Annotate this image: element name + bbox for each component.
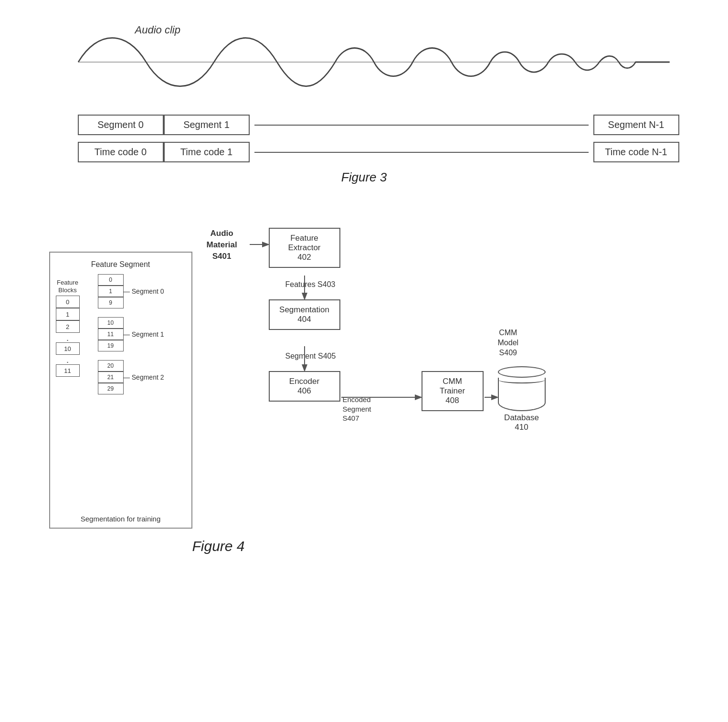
bottom-caption: Segmentation for training [81, 515, 161, 523]
figure3-caption: Figure 3 [49, 170, 679, 185]
timecode-box-1: Time code 1 [164, 142, 250, 162]
segments-row: Segment 0 Segment 1 Segment N-1 [49, 115, 679, 135]
seg1-box19: 19 [98, 340, 124, 351]
seg0-group: 0 1 9 — Segment 0 [98, 274, 124, 308]
segments-dots [254, 125, 589, 126]
feature-blocks-label: FeatureBlocks [57, 279, 78, 294]
segment-box-n: Segment N-1 [593, 115, 679, 135]
segment-box-0: Segment 0 [78, 115, 164, 135]
timecode-box-n: Time code N-1 [593, 142, 679, 162]
fb-dots2: . [66, 355, 69, 364]
seg2-label: — Segment 2 [123, 373, 164, 381]
seg0-box9: 9 [98, 297, 124, 308]
features-label: Features S403 [285, 280, 336, 289]
timecodes-row: Time code 0 Time code 1 Time code N-1 [49, 142, 679, 162]
seg1-box10: 10 [98, 317, 124, 329]
timecode-box-0: Time code 0 [78, 142, 164, 162]
seg0-box1: 1 [98, 286, 124, 297]
feature-extractor-box: FeatureExtractor402 [269, 228, 340, 268]
fb-box-1: 1 [56, 308, 80, 320]
fb-dots: . [66, 333, 69, 342]
fb-box-10: 10 [56, 342, 80, 355]
fig4-inner: Feature Segment FeatureBlocks 0 1 2 . 10… [49, 223, 679, 529]
seg0-label: — Segment 0 [123, 287, 164, 295]
segment-box-1: Segment 1 [164, 115, 250, 135]
db-body [498, 378, 546, 411]
waveform-label: Audio clip [135, 24, 180, 36]
figure4-container: Feature Segment FeatureBlocks 0 1 2 . 10… [30, 209, 698, 559]
seg2-box20: 20 [98, 360, 124, 372]
fb-box-0: 0 [56, 296, 80, 308]
feature-segment-label: Feature Segment [57, 260, 185, 269]
audio-material-label: AudioMaterialS401 [207, 228, 237, 262]
timecodes-dots [254, 152, 589, 153]
segment-label: Segment S405 [285, 352, 336, 361]
seg2-group: 20 21 29 — Segment 2 [98, 360, 124, 394]
encoder-box: Encoder406 [269, 371, 340, 402]
figure4-caption: Figure 4 [49, 538, 679, 554]
seg0-box0: 0 [98, 274, 124, 286]
flow-diagram: AudioMaterialS401 FeatureExtractor402 Fe… [202, 223, 679, 529]
db-mid-line [498, 376, 546, 383]
fb-box-11: 11 [56, 364, 80, 377]
figure3-container: Audio clip Segment 0 Segment 1 Segment N… [30, 10, 698, 190]
seg1-group: 10 11 19 — Segment 1 [98, 317, 124, 351]
segmentation-box: Segmentation404 [269, 299, 340, 330]
seg1-box11: 11 [98, 329, 124, 340]
cmm-model-label: CMMModelS409 [498, 328, 519, 358]
seg1-label: — Segment 1 [123, 330, 164, 338]
cmm-trainer-box: CMMTrainer408 [422, 371, 484, 411]
seg2-box21: 21 [98, 372, 124, 383]
left-panel: Feature Segment FeatureBlocks 0 1 2 . 10… [49, 252, 192, 529]
database-shape: Database410 [498, 366, 546, 432]
encoded-segment-label: EncodedSegmentS407 [343, 395, 371, 423]
waveform-area: Audio clip [49, 19, 679, 105]
db-label: Database410 [498, 413, 546, 432]
seg2-box29: 29 [98, 383, 124, 394]
fb-box-2: 2 [56, 320, 80, 333]
